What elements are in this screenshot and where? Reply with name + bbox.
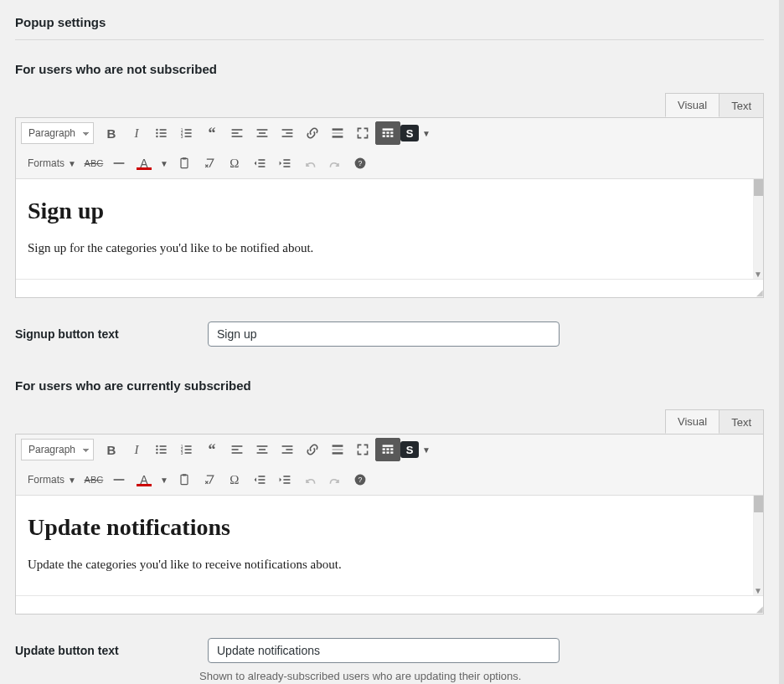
svg-rect-62 [282,452,293,454]
editor-content-area[interactable]: Sign up Sign up for the categories you'd… [16,179,763,279]
tab-visual[interactable]: Visual [665,93,720,117]
paste-text-icon[interactable] [172,152,197,175]
update-button-text-label: Update button text [15,644,199,657]
read-more-icon[interactable] [325,121,350,145]
read-more-icon[interactable] [325,438,350,461]
scroll-down-icon[interactable]: ▼ [753,269,763,279]
svg-rect-59 [257,452,268,454]
editor-body: Update the categories you'd like to rece… [28,558,751,572]
scrollbar[interactable] [753,496,763,585]
align-center-icon[interactable] [250,121,275,145]
resize-grip-icon[interactable]: ◢ [756,607,761,612]
help-icon[interactable]: ? [348,468,373,491]
paragraph-select[interactable]: Paragraph [21,439,94,460]
align-left-icon[interactable] [224,438,250,461]
italic-icon[interactable]: I [124,121,149,145]
scroll-down-icon[interactable]: ▼ [753,585,763,595]
redo-icon[interactable] [322,152,348,175]
horizontal-rule-icon[interactable] [106,468,132,491]
svg-rect-28 [383,135,385,136]
toolbar-toggle-icon[interactable] [375,438,400,461]
numbered-list-icon[interactable]: 123 [174,121,199,145]
svg-rect-72 [390,451,393,453]
align-right-icon[interactable] [275,121,300,145]
svg-rect-51 [185,449,192,450]
editor-heading: Sign up [28,198,751,224]
paste-text-icon[interactable] [172,468,197,491]
undo-icon[interactable] [297,468,322,491]
align-left-icon[interactable] [224,121,250,145]
editor-content-area[interactable]: Update notifications Update the categori… [16,496,763,595]
signup-button-text-label: Signup button text [15,327,199,341]
editor-body: Sign up for the categories you'd like to… [28,241,751,255]
svg-rect-34 [258,159,265,161]
signup-button-text-input[interactable] [208,321,560,347]
clear-formatting-icon[interactable] [197,152,222,175]
text-color-icon[interactable]: A [132,152,157,175]
resize-grip-icon[interactable]: ◢ [756,291,761,296]
indent-icon[interactable] [272,468,297,491]
tab-text[interactable]: Text [719,93,764,117]
svg-rect-31 [114,162,125,164]
text-color-dropdown-icon[interactable]: ▼ [157,159,172,168]
scrollbar[interactable] [753,179,763,269]
undo-icon[interactable] [297,152,322,175]
svg-rect-3 [160,132,167,134]
svg-rect-12 [232,129,243,131]
svg-rect-35 [258,162,265,164]
bold-icon[interactable]: B [99,438,124,461]
fullscreen-icon[interactable] [350,121,375,145]
special-char-icon[interactable]: Ω [222,152,247,175]
shortcode-dropdown-icon[interactable]: ▼ [419,445,434,455]
svg-rect-53 [185,452,192,454]
svg-rect-13 [232,132,239,134]
clear-formatting-icon[interactable] [197,468,222,491]
strikethrough-icon[interactable]: ABC [81,152,106,175]
link-icon[interactable] [300,121,325,145]
svg-rect-15 [257,129,268,131]
redo-icon[interactable] [322,468,348,491]
svg-rect-61 [286,449,292,450]
help-icon[interactable]: ? [348,152,373,175]
update-button-text-input[interactable] [208,638,560,663]
bold-icon[interactable]: B [99,121,124,145]
align-center-icon[interactable] [250,438,275,461]
paragraph-select[interactable]: Paragraph [21,122,94,144]
numbered-list-icon[interactable]: 123 [174,438,199,461]
link-icon[interactable] [300,438,325,461]
svg-rect-56 [232,452,243,454]
tab-text[interactable]: Text [719,409,764,434]
formats-dropdown[interactable]: Formats▼ [21,468,81,491]
section-popup-settings: Popup settings [15,0,764,40]
fullscreen-icon[interactable] [350,438,375,461]
shortcode-icon[interactable]: S [400,441,419,458]
shortcode-icon[interactable]: S [400,125,419,141]
svg-point-0 [156,129,157,131]
align-right-icon[interactable] [275,438,300,461]
shortcode-dropdown-icon[interactable]: ▼ [419,129,434,138]
svg-rect-11 [185,136,192,137]
special-char-icon[interactable]: Ω [222,468,247,491]
bullet-list-icon[interactable] [149,438,174,461]
toolbar-toggle-icon[interactable] [375,121,400,145]
text-color-dropdown-icon[interactable]: ▼ [157,476,172,485]
blockquote-icon[interactable]: “ [199,438,224,461]
svg-text:?: ? [358,159,362,167]
bullet-list-icon[interactable] [149,121,174,145]
svg-rect-63 [333,445,343,446]
outdent-icon[interactable] [247,468,272,491]
italic-icon[interactable]: I [124,438,149,461]
formats-dropdown[interactable]: Formats▼ [21,152,81,175]
svg-rect-14 [232,136,243,137]
outdent-icon[interactable] [247,152,272,175]
svg-rect-70 [383,451,385,453]
svg-rect-32 [181,158,188,167]
strikethrough-icon[interactable]: ABC [81,468,106,491]
text-color-icon[interactable]: A [132,468,157,491]
horizontal-rule-icon[interactable] [106,152,132,175]
svg-rect-24 [383,128,394,130]
indent-icon[interactable] [272,152,297,175]
tab-visual[interactable]: Visual [665,409,720,434]
blockquote-icon[interactable]: “ [199,121,224,145]
svg-rect-79 [283,476,290,477]
